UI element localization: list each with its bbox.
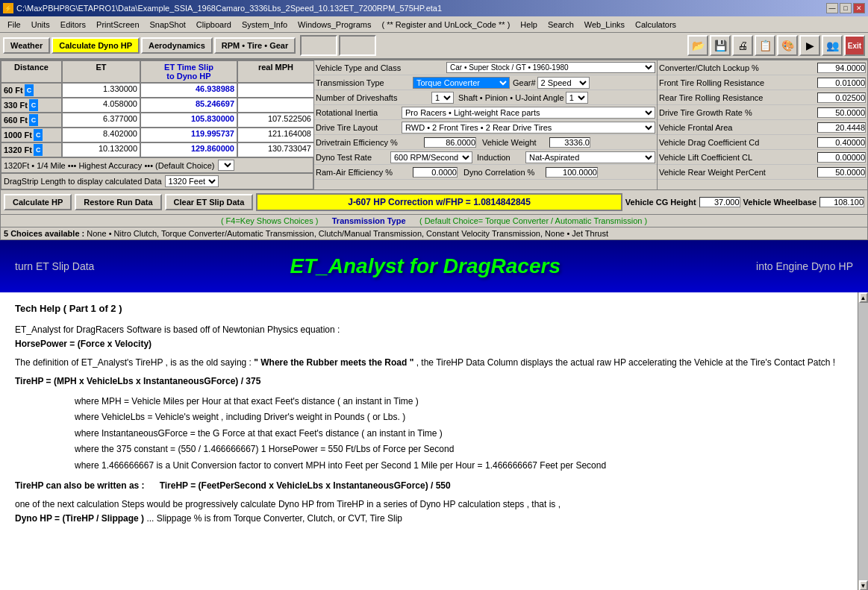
rear-tire-input[interactable] <box>817 92 866 103</box>
shaft-label: Shaft • Pinion • U-Joint Angle <box>458 93 564 102</box>
330ft-c-button[interactable]: C <box>29 99 39 111</box>
frontal-label: Vehicle Frontal Area <box>659 123 817 132</box>
maximize-button[interactable]: □ <box>840 3 852 13</box>
menu-snapshot[interactable]: SnapShot <box>146 19 190 31</box>
vehicle-wb-input[interactable] <box>819 197 864 207</box>
print-icon[interactable]: 🖨 <box>732 35 753 56</box>
transmission-select[interactable]: Torque Converter <box>413 77 510 89</box>
app-icon: ⚡ <box>3 3 13 13</box>
menu-file[interactable]: File <box>3 19 25 31</box>
rear-tire-label: Rear Tire Rolling Resistance <box>659 93 817 102</box>
frontal-input[interactable] <box>817 122 866 133</box>
calc-dyno-button[interactable]: Calculate Dyno HP <box>51 37 140 54</box>
restore-button[interactable]: Restore Run Data <box>75 194 161 210</box>
drag-row: Vehicle Drag Coefficient Cd <box>658 135 867 150</box>
1320ft-c-button[interactable]: C <box>34 144 43 156</box>
menu-weblinks[interactable]: Web_Links <box>580 19 629 31</box>
et-val-60-slip: 46.938988 <box>140 83 237 98</box>
palette-icon[interactable]: 🎨 <box>777 35 798 56</box>
menu-editors[interactable]: Editors <box>56 19 90 31</box>
printer2-icon[interactable]: 📋 <box>755 35 775 56</box>
save-icon[interactable]: 💾 <box>710 35 731 56</box>
driveshafts-select[interactable]: 1 <box>431 92 454 104</box>
content-title: Tech Help ( Part 1 of 2 ) <box>15 301 853 317</box>
transmission-row: Transmission Type Torque Converter Gear#… <box>314 75 657 90</box>
vehicle-type-select[interactable]: Car • Super Stock / GT • 1960-1980 <box>446 62 655 73</box>
banner-section: turn ET Slip Data ET_Analyst for DragRac… <box>0 240 868 292</box>
drag-input[interactable] <box>817 137 866 148</box>
dyno-rate-select[interactable]: 600 RPM/Second <box>390 151 472 163</box>
scrollbar[interactable]: ▲ ▼ <box>858 292 868 590</box>
close-button[interactable]: ✕ <box>853 3 865 13</box>
users-icon[interactable]: 👥 <box>822 35 843 56</box>
et-table-section: Distance ET ET Time Slipto Dyno HP real … <box>1 60 314 189</box>
driveshafts-row: Number of Driveshafts 1 Shaft • Pinion •… <box>314 90 657 105</box>
menu-windows-programs[interactable]: Windows_Programs <box>293 19 375 31</box>
folder-open-icon[interactable]: 📂 <box>687 35 708 56</box>
menu-units[interactable]: Units <box>27 19 54 31</box>
scroll-down-button[interactable]: ▼ <box>859 580 868 590</box>
accuracy-text: 1320Ft • 1/4 Mile ••• Highest Accuracy •… <box>4 161 215 170</box>
rear-weight-input[interactable] <box>817 167 866 178</box>
rpm-tire-gear-button[interactable]: RPM • Tire • Gear <box>214 37 296 54</box>
content-intro: ET_Analyst for DragRacers Software is ba… <box>15 323 853 351</box>
rot-inertia-label: Rotational Inertia <box>316 108 402 117</box>
vehicle-wb-label: Vehicle Wheelbase <box>743 198 817 207</box>
banner-left-text: turn ET Slip Data <box>15 260 94 272</box>
et-dist-330: 330 Ft <box>4 101 28 110</box>
ram-air-input[interactable] <box>413 167 458 178</box>
tire-formula: TireHP = (MPH x VehicleLbs x Instantaneo… <box>15 376 260 386</box>
shaft-select[interactable]: 1 <box>566 92 588 104</box>
aero-button[interactable]: Aerodynamics <box>141 37 213 54</box>
drive-layout-select[interactable]: RWD • 2 Front Tires • 2 Rear Drive Tires <box>402 122 655 134</box>
converter-label: Converter/Clutch Lockup % <box>659 63 817 72</box>
60ft-c-button[interactable]: C <box>25 84 34 96</box>
exit-icon[interactable]: Exit <box>844 35 865 56</box>
et-dist-1000: 1000 Ft <box>4 131 32 139</box>
clear-slip-button[interactable]: Clear ET Slip Data <box>165 194 254 210</box>
weather-button[interactable]: Weather <box>3 37 50 54</box>
et-dist-660: 660 Ft <box>4 116 28 125</box>
front-tire-row: Front Tire Rolling Resistance <box>658 75 867 90</box>
vehicle-fields-section: Vehicle Type and Class Car • Super Stock… <box>314 60 658 189</box>
et-val-1000-et: 8.402000 <box>62 128 140 142</box>
et-header-et: ET <box>62 60 140 83</box>
front-tire-input[interactable] <box>817 78 866 88</box>
menu-clipboard[interactable]: Clipboard <box>192 19 236 31</box>
calculate-hp-button[interactable]: Calculate HP <box>4 194 72 210</box>
660ft-c-button[interactable]: C <box>29 114 39 126</box>
et-header-slip: ET Time Slipto Dyno HP <box>140 60 237 83</box>
drive-layout-label: Drive Tire Layout <box>316 123 402 132</box>
gear-select[interactable]: 2 Speed <box>537 77 590 89</box>
play-icon[interactable]: ▶ <box>799 35 820 56</box>
induction-select[interactable]: Nat-Aspirated <box>525 151 655 163</box>
dyno-corr-input[interactable] <box>546 167 598 178</box>
veh-weight-input[interactable] <box>549 137 590 148</box>
menu-printscreen[interactable]: PrintScreen <box>92 19 143 31</box>
vehicle-cg-input[interactable] <box>699 197 740 207</box>
menu-help[interactable]: Help <box>516 19 542 31</box>
et-val-330-mph <box>237 98 314 113</box>
et-val-660-slip: 105.830000 <box>140 113 237 128</box>
right-fields-section: Converter/Clutch Lockup % Front Tire Rol… <box>658 60 867 189</box>
lift-input[interactable] <box>817 152 866 163</box>
drive-growth-input[interactable] <box>817 107 866 118</box>
menu-search[interactable]: Search <box>543 19 578 31</box>
rot-inertia-select[interactable]: Pro Racers • Light-weight Race parts <box>402 107 655 119</box>
scroll-up-button[interactable]: ▲ <box>859 292 868 303</box>
tire-alt-para: TireHP can also be written as : TireHP =… <box>15 479 853 493</box>
minimize-button[interactable]: — <box>826 3 838 13</box>
dragstrip-select[interactable]: 1320 Feet <box>165 175 219 187</box>
et-row-1000ft: 1000 Ft C 8.402000 119.995737 121.164008 <box>1 128 313 142</box>
converter-input[interactable] <box>817 63 866 73</box>
menu-calculators[interactable]: Calculators <box>631 19 681 31</box>
window-controls: — □ ✕ <box>826 3 865 13</box>
et-val-1320-slip: 129.860000 <box>140 142 237 157</box>
menu-register[interactable]: ( ** Register and UnLock_Code ** ) <box>378 19 515 31</box>
driveshafts-label: Number of Driveshafts <box>316 93 431 102</box>
drivetrain-input[interactable] <box>424 137 476 148</box>
et-val-1000-slip: 119.995737 <box>140 128 237 142</box>
accuracy-select[interactable] <box>218 160 234 171</box>
menu-system-info[interactable]: System_Info <box>237 19 292 31</box>
1000ft-c-button[interactable]: C <box>34 129 43 141</box>
